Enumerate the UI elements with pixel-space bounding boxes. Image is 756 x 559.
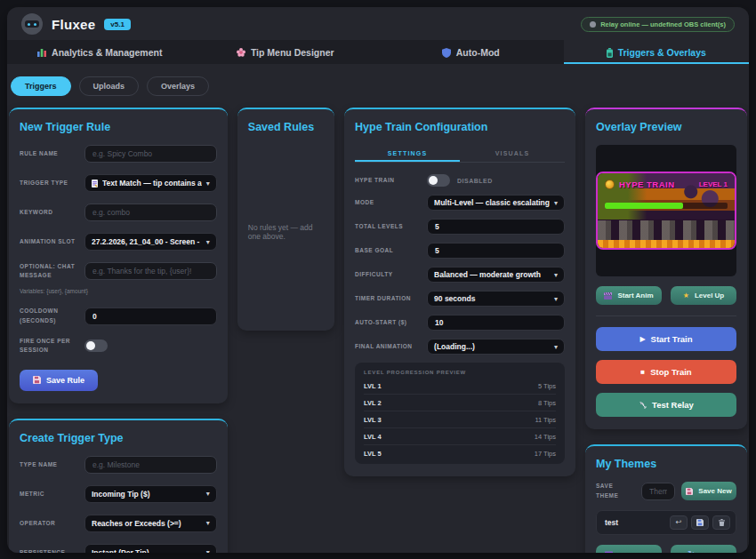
difficulty-select[interactable]: Balanced — moderate growth ▾ [427, 267, 565, 283]
level-label: LVL 3 [364, 416, 382, 424]
tab-label: Auto-Mod [456, 47, 500, 58]
tab-label: Analytics & Management [52, 47, 162, 58]
relay-status-dot-icon [590, 21, 596, 28]
banner-pixel-ground [598, 220, 735, 240]
stop-train-button[interactable]: ■ Stop Train [596, 360, 736, 384]
timer-duration-select[interactable]: 90 seconds ▾ [427, 291, 565, 307]
battery-icon [607, 48, 613, 58]
operator-select[interactable]: Reaches or Exceeds (>=) ▾ [84, 515, 217, 532]
chevron-down-icon: ▾ [206, 238, 210, 246]
metric-label: METRIC [20, 490, 76, 499]
theme-name-input[interactable] [641, 483, 675, 500]
fire-once-label: FIRE ONCE PER SESSION [20, 337, 76, 355]
subtab-uploads[interactable]: Uploads [79, 76, 140, 96]
coin-icon [605, 180, 615, 189]
level-label: LVL 4 [364, 433, 382, 441]
keyword-input[interactable] [84, 204, 217, 221]
rule-name-label: RULE NAME [20, 149, 76, 158]
tab-auto-mod[interactable]: Auto-Mod [378, 40, 564, 64]
save-theme-label: SAVE THEME [596, 482, 635, 500]
progression-row: LVL 1 5 Tips [364, 378, 556, 395]
chevron-down-icon: ▾ [554, 343, 558, 351]
theme-name: test [605, 518, 666, 527]
persistence-select[interactable]: Instant (Per Tip) ▾ [84, 544, 217, 553]
banner-title: HYPE TRAIN [619, 180, 675, 189]
animation-slot-label: ANIMATION SLOT [20, 237, 76, 246]
reset-button[interactable]: ↻ Reset [671, 545, 736, 553]
tab-triggers-overlays[interactable]: Triggers & Overlays [564, 40, 750, 64]
app-header: Fluxee v5.1 Relay online — undefined OBS… [7, 7, 749, 40]
reset-icon: ↻ [688, 550, 695, 553]
chevron-down-icon: ▾ [206, 180, 210, 188]
chevron-down-icon: ▾ [206, 490, 210, 498]
progression-row: LVL 5 17 Tips [364, 445, 556, 461]
cooldown-label: COOLDOWN (SECONDS) [20, 307, 76, 325]
hype-train-label: HYPE TRAIN [355, 176, 419, 185]
card-title: Create Trigger Type [20, 432, 217, 444]
level-label: LVL 5 [364, 450, 382, 458]
import-zip-button[interactable]: Import ZIP [596, 545, 662, 553]
hype-train-toggle[interactable] [427, 174, 450, 187]
tab-tip-menu-designer[interactable]: Tip Menu Designer [193, 40, 379, 64]
hype-train-state: DISABLED [457, 178, 493, 184]
new-trigger-rule-card: New Trigger Rule RULE NAME TRIGGER TYPE … [9, 108, 228, 403]
rule-name-input[interactable] [84, 145, 217, 163]
subtab-overlays[interactable]: Overlays [147, 76, 209, 96]
animation-slot-value: 27.2.2026, 21_04_00 - Screen - [92, 237, 202, 246]
save-new-button[interactable]: Save New [681, 482, 736, 500]
chevron-down-icon: ▾ [206, 548, 210, 553]
mode-select[interactable]: Multi-Level — classic escalating ▾ [427, 195, 565, 211]
play-icon: ▶ [639, 336, 645, 343]
start-train-button[interactable]: ▶ Start Train [596, 327, 736, 351]
export-theme-button[interactable] [691, 515, 709, 530]
main-content: Triggers Uploads Overlays New Trigger Ru… [7, 64, 749, 553]
apply-theme-button[interactable]: ↩ [670, 515, 688, 530]
cards-grid: New Trigger Rule RULE NAME TRIGGER TYPE … [9, 108, 747, 553]
overlay-preview-card: Overlay Preview HYPE TRAIN LEVEL 1 [585, 108, 747, 429]
chat-message-input[interactable] [84, 262, 217, 280]
version-badge: v5.1 [104, 19, 131, 30]
start-anim-label: Start Anim [617, 291, 653, 299]
fire-once-toggle[interactable] [84, 339, 108, 352]
base-goal-input[interactable] [427, 243, 565, 259]
animation-slot-select[interactable]: 27.2.2026, 21_04_00 - Screen - ▾ [84, 233, 217, 251]
cooldown-input[interactable] [84, 307, 217, 325]
empty-state-text: No rules yet — add one above. [248, 223, 324, 241]
start-anim-button[interactable]: Start Anim [596, 286, 662, 305]
auto-start-input[interactable] [427, 315, 565, 331]
mode-value: Multi-Level — classic escalating [434, 198, 550, 207]
relay-status-badge: Relay online — undefined OBS client(s) [581, 17, 735, 32]
theme-list-item: test ↩ [596, 510, 736, 535]
type-name-input[interactable] [84, 456, 217, 474]
progression-header: LEVEL PROGRESSION PREVIEW [364, 370, 556, 375]
delete-theme-button[interactable] [712, 515, 730, 530]
trigger-type-select[interactable]: Text Match — tip contains a ▾ [84, 174, 217, 192]
total-levels-input[interactable] [427, 219, 565, 235]
card-title: My Themes [596, 458, 736, 470]
banner-progress-track [605, 203, 728, 209]
level-up-button[interactable]: ★ Level Up [671, 286, 736, 305]
card-title: Overlay Preview [596, 121, 736, 133]
metric-select[interactable]: Incoming Tip ($) ▾ [84, 485, 217, 503]
save-rule-button[interactable]: Save Rule [20, 370, 98, 391]
tips-value: 8 Tips [538, 399, 556, 407]
banner-bottom-strip [598, 240, 735, 248]
floppy-icon [33, 376, 41, 384]
export-icon [696, 519, 704, 526]
hype-tab-settings[interactable]: SETTINGS [355, 145, 460, 162]
hype-tab-visuals[interactable]: VISUALS [460, 145, 565, 162]
test-relay-label: Test Relay [652, 400, 694, 410]
subtabs: Triggers Uploads Overlays [11, 76, 747, 96]
card-title: New Trigger Rule [20, 121, 217, 133]
level-progression-preview: LEVEL PROGRESSION PREVIEW LVL 1 5 Tips L… [355, 363, 565, 464]
final-animation-select[interactable]: (Loading...) ▾ [427, 339, 565, 355]
create-trigger-type-card: Create Trigger Type TYPE NAME METRIC Inc… [9, 419, 228, 553]
overlay-preview-box: HYPE TRAIN LEVEL 1 [596, 145, 736, 276]
tips-value: 17 Tips [535, 450, 556, 458]
difficulty-label: DIFFICULTY [355, 270, 419, 279]
tab-label: Triggers & Overlays [618, 47, 706, 58]
saved-rules-card: Saved Rules No rules yet — add one above… [237, 108, 334, 331]
subtab-triggers[interactable]: Triggers [11, 76, 71, 96]
tab-analytics-management[interactable]: Analytics & Management [7, 40, 193, 64]
test-relay-button[interactable]: Test Relay [596, 393, 736, 417]
